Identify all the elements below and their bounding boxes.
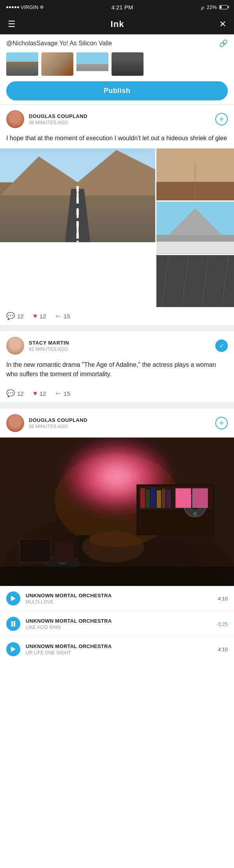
track-duration-1: 4:10 [218, 596, 228, 602]
signal-dot-4 [14, 6, 16, 8]
share-action-2[interactable]: ⇜ 15 [55, 389, 70, 398]
post-meta-3: DOUGLAS COUPLAND 36 MINUTES AGO [29, 417, 211, 429]
svg-rect-25 [138, 514, 213, 533]
pause-button-track-2[interactable] [6, 617, 20, 631]
post-author-3: DOUGLAS COUPLAND [29, 417, 211, 423]
person-svg [156, 148, 234, 200]
battery-percent: 22% [207, 4, 217, 10]
follow-button-2[interactable]: ✓ [215, 339, 228, 352]
track-title-1: MULTI-LOVE [26, 599, 213, 605]
svg-rect-14 [156, 242, 234, 254]
follow-button-3[interactable]: + [215, 417, 228, 429]
post-side-image-1b[interactable] [156, 202, 234, 254]
mountain-svg [156, 202, 234, 254]
app-title: Ink [111, 19, 124, 29]
play-button-track-3[interactable] [6, 642, 20, 656]
signal-dot-1 [6, 6, 8, 8]
post-card-3: DOUGLAS COUPLAND 36 MINUTES AGO + [0, 409, 234, 662]
comment-icon-1: 💬 [6, 312, 15, 320]
svg-rect-41 [55, 543, 74, 563]
track-duration-2: -1:25 [216, 621, 228, 627]
post-meta-2: STACY MARTIN 42 MINUTES AGO [29, 340, 211, 352]
heart-icon-1: ♥ [33, 312, 37, 320]
art-svg [0, 438, 234, 586]
svg-rect-48 [11, 621, 13, 627]
rain-svg [156, 255, 234, 307]
like-action-2[interactable]: ♥ 12 [33, 389, 46, 398]
post-side-image-1c[interactable] [156, 255, 234, 307]
post-card-2: STACY MARTIN 42 MINUTES AGO ✓ In the new… [0, 331, 234, 402]
post-large-image-3[interactable] [0, 438, 234, 586]
compose-area: @NicholasSavage Yo! As Silicon Valle 🔗 P… [0, 34, 234, 105]
play-button-track-1[interactable] [6, 591, 20, 605]
post-time-1: 36 MINUTES AGO [29, 120, 211, 125]
status-right: ℘ 22% [201, 4, 228, 10]
carrier-label: VIRGIN [21, 4, 38, 10]
like-action-1[interactable]: ♥ 12 [33, 312, 46, 320]
compose-mention: @NicholasSavage [6, 40, 58, 46]
post-header-2: STACY MARTIN 42 MINUTES AGO ✓ [0, 331, 234, 360]
signal-dot-2 [9, 6, 11, 8]
link-icon[interactable]: 🔗 [219, 39, 228, 48]
track-info-1: UNKNOWN MORTAL ORCHESTRA MULTI-LOVE [26, 593, 213, 605]
share-icon-2: ⇜ [55, 389, 61, 398]
track-artist-1: UNKNOWN MORTAL ORCHESTRA [26, 593, 213, 598]
publish-button[interactable]: Publish [6, 81, 228, 100]
track-artist-2: UNKNOWN MORTAL ORCHESTRA [26, 618, 211, 624]
track-info-3: UNKNOWN MORTAL ORCHESTRA UR LIFE ONE NIG… [26, 643, 213, 655]
svg-marker-50 [11, 647, 16, 652]
avatar-3[interactable] [6, 414, 24, 432]
svg-point-35 [193, 512, 197, 516]
post-header-3: DOUGLAS COUPLAND 36 MINUTES AGO + [0, 409, 234, 438]
post-actions-1: 💬 12 ♥ 12 ⇜ 15 [0, 307, 234, 325]
pause-icon-2 [11, 621, 16, 627]
post-text-1: I hope that at the moment of execution I… [0, 134, 234, 148]
svg-rect-15 [156, 255, 234, 307]
post-time-3: 36 MINUTES AGO [29, 424, 211, 429]
compose-thumb-2[interactable] [41, 52, 73, 76]
svg-rect-30 [162, 489, 165, 508]
post-side-image-1a[interactable] [156, 148, 234, 200]
share-icon-1: ⇜ [55, 312, 61, 320]
status-left: VIRGIN ⊛ [6, 4, 44, 10]
compose-thumb-1[interactable] [6, 52, 38, 76]
bluetooth-icon: ℘ [201, 4, 204, 10]
avatar-1[interactable] [6, 110, 24, 128]
post-author-2: STACY MARTIN [29, 340, 211, 346]
comment-count-2: 12 [17, 390, 24, 397]
post-card-1: DOUGLAS COUPLAND 36 MINUTES AGO + I hope… [0, 105, 234, 325]
avatar-2[interactable] [6, 337, 24, 355]
compose-images [6, 52, 228, 76]
status-time: 4:21 PM [111, 4, 133, 11]
signal-dot-5 [17, 6, 19, 8]
comment-icon-2: 💬 [6, 389, 15, 398]
compose-thumb-4[interactable] [112, 52, 144, 76]
svg-marker-47 [11, 596, 16, 601]
divider-2 [0, 405, 234, 409]
close-icon[interactable]: ✕ [219, 19, 226, 29]
music-player-3: UNKNOWN MORTAL ORCHESTRA MULTI-LOVE 4:10… [0, 586, 234, 662]
compose-input[interactable]: @NicholasSavage Yo! As Silicon Valle [6, 40, 216, 47]
post-header-1: DOUGLAS COUPLAND 36 MINUTES AGO + [0, 105, 234, 134]
svg-rect-26 [140, 488, 145, 508]
battery-fill [220, 6, 222, 9]
svg-rect-46 [192, 488, 208, 508]
compose-input-value: Yo! As Silicon Valle [59, 40, 112, 46]
comment-action-1[interactable]: 💬 12 [6, 312, 24, 320]
track-title-3: UR LIFE ONE NIGHT [26, 650, 213, 655]
share-action-1[interactable]: ⇜ 15 [55, 312, 70, 320]
compose-thumb-3[interactable] [76, 52, 108, 76]
app-header: ☰ Ink ✕ [0, 14, 234, 34]
wifi-icon: ⊛ [40, 4, 44, 10]
comment-count-1: 12 [17, 313, 24, 320]
follow-button-1[interactable]: + [215, 113, 228, 125]
post-main-image-1[interactable] [0, 148, 155, 242]
comment-action-2[interactable]: 💬 12 [6, 389, 24, 398]
music-track-3: UNKNOWN MORTAL ORCHESTRA UR LIFE ONE NIG… [0, 637, 234, 662]
hamburger-icon[interactable]: ☰ [8, 19, 16, 29]
post-time-2: 42 MINUTES AGO [29, 346, 211, 352]
like-count-2: 12 [39, 390, 46, 397]
svg-rect-45 [176, 488, 191, 508]
music-track-2: UNKNOWN MORTAL ORCHESTRA LIKE ACID RAIN … [0, 611, 234, 637]
share-count-1: 15 [64, 313, 70, 320]
